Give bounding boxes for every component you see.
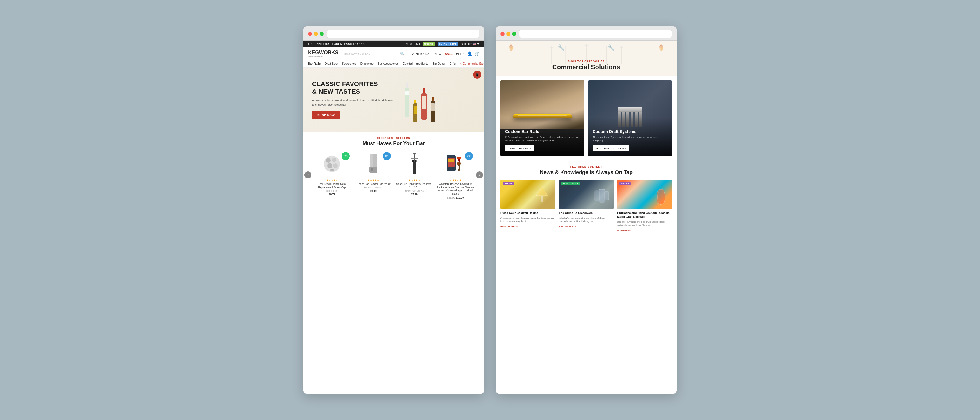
shop-draft-systems-button[interactable]: SHOP DRAFT SYSTEMS (593, 145, 629, 151)
svg-rect-43 (539, 202, 546, 202)
cart-icon[interactable]: 🛒 (474, 51, 479, 56)
featured-section: FEATURED CONTENT News & Knowledge Is Alw… (496, 161, 677, 236)
announcement-right: 877.636.3873 urboMix BEHIND THE BAR SHIP… (404, 42, 479, 46)
category-card-draft-systems: Custom Draft Systems After more than 20 … (588, 80, 672, 156)
svg-rect-19 (371, 154, 373, 168)
article-title-glassware: The Guide To Glassware (559, 211, 614, 215)
product-image-pourer (408, 152, 421, 176)
svg-rect-8 (422, 96, 426, 110)
nav-new[interactable]: NEW (434, 52, 441, 56)
carousel-next-button[interactable]: › (476, 172, 483, 178)
address-bar-right[interactable] (519, 30, 672, 38)
read-more-hurricane[interactable]: READ MORE → (617, 229, 672, 232)
deco-icon-right-2: ⚱️ (658, 44, 665, 51)
close-button-right[interactable] (501, 32, 504, 36)
bottle-bitters (430, 97, 436, 126)
maximize-button[interactable] (320, 32, 324, 36)
arrow-icon: → (515, 225, 518, 228)
product-stars: ★★★★★ (437, 179, 474, 182)
logo-text: KEGWORKS (308, 49, 338, 56)
article-desc-glassware: In today's ever-expanding world of craft… (559, 216, 614, 223)
nav-cocktail-ingredients[interactable]: Cocktail Ingredients (403, 62, 428, 65)
nav-bar-decor[interactable]: Bar Decor (432, 62, 445, 65)
svg-rect-3 (414, 100, 416, 103)
traffic-lights-left (308, 32, 324, 36)
logo-tagline: Tools du Drinklife (308, 56, 338, 58)
svg-rect-26 (410, 158, 418, 159)
read-more-pisco[interactable]: READ MORE → (501, 225, 555, 228)
arrow-icon: → (574, 225, 576, 228)
maximize-button-right[interactable] (512, 32, 516, 36)
minimize-button[interactable] (314, 32, 318, 36)
article-image-glassware: HOW-TO-GUIDE (559, 180, 614, 209)
article-card-glassware: HOW-TO-GUIDE The Guide To Glassware In t… (559, 180, 614, 232)
product-image-shaker (364, 152, 382, 176)
svg-rect-24 (414, 154, 415, 162)
right-browser-window: ⚱️ 🔧 🔧 ⚱️ SHOP TOP CATEGORIES Commercial… (496, 26, 677, 394)
svg-marker-41 (536, 187, 548, 196)
site-content-left: FREE SHIPPING! LOREM IPSUM DOLOR 877.636… (303, 41, 484, 394)
article-card-hurricane: RECIPE Hurricane and Hand Grenade: Class… (617, 180, 672, 232)
read-more-glassware[interactable]: READ MORE → (559, 225, 614, 228)
address-bar-left[interactable] (327, 30, 479, 38)
product-price: $0.79 (313, 193, 351, 196)
nav-help[interactable]: HELP (456, 52, 464, 56)
category-overlay-bar-rails: Custom Bar Rails If it's bar rail, we ha… (501, 118, 584, 156)
svg-rect-21 (371, 168, 373, 171)
search-bar[interactable]: Enter keyword or SKU 🔍 (342, 50, 407, 57)
product-badge-new: NewArrival (342, 152, 350, 160)
ship-to: SHIP TO: 🇺🇸 ▼ (461, 43, 479, 46)
product-sku: Item #: SHAKER-KIT (355, 187, 392, 189)
shop-bar-rails-button[interactable]: SHOP BAR RAILS (505, 145, 534, 151)
product-image-gift-pack (445, 152, 466, 176)
mobile-icon[interactable]: 📱 (473, 71, 481, 79)
article-tag-recipe-2: RECIPE (619, 182, 631, 185)
article-tag-recipe: RECIPE (503, 182, 514, 185)
nav-draft-beer[interactable]: Draft Beer (325, 62, 338, 65)
minimize-button-right[interactable] (506, 32, 511, 36)
category-desc-draft-systems: After more than 20 years in the draft be… (593, 135, 667, 142)
svg-rect-35 (458, 166, 460, 169)
search-placeholder: Enter keyword or SKU (344, 52, 400, 55)
nav-bar-rails[interactable]: Bar Rails (308, 62, 321, 65)
close-button[interactable] (308, 32, 312, 36)
article-desc-pisco: A classic sour from South America that i… (501, 216, 555, 223)
product-name: Beer Growler White Metal Replacement Scr… (313, 183, 351, 189)
user-icon[interactable]: 👤 (467, 51, 472, 56)
faucet-illustration (542, 43, 630, 67)
nav-bar-accessories[interactable]: Bar Accessories (378, 62, 399, 65)
nav-gifts[interactable]: Gifts (449, 62, 456, 65)
browser-chrome-left (303, 26, 484, 41)
search-button[interactable]: 🔍 (400, 52, 404, 56)
product-card: BestSeller ★★★★★ 3 Piece Bar Cocktail Sh… (355, 151, 392, 199)
svg-rect-29 (448, 159, 454, 162)
nav-kegerators[interactable]: Kegerators (342, 62, 356, 65)
hero-banner: CLASSIC FAVORITES& NEW TASTES Browse our… (303, 68, 484, 132)
svg-point-16 (333, 163, 338, 168)
product-name: Measured Liquor Bottle Pourers - 1 1/2 O… (396, 183, 433, 189)
svg-point-25 (413, 153, 416, 154)
best-sellers-title: Must Haves For Your Bar (303, 141, 484, 147)
product-stars: ★★★★★ (355, 179, 392, 182)
glassware-icon (592, 185, 612, 208)
products-carousel: ‹ NewArrival caps (303, 151, 484, 199)
articles-grid: RECIPE Pisco Sour Cocktail Recipe A clas… (501, 180, 672, 232)
carousel-prev-button[interactable]: ‹ (304, 172, 312, 178)
nav-fathers-day[interactable]: FATHER'S DAY (410, 52, 431, 56)
category-overlay-draft-systems: Custom Draft Systems After more than 20 … (588, 118, 672, 156)
main-nav: Bar Rails Draft Beer Kegerators Drinkwar… (303, 60, 484, 68)
deco-icon-left-1: ⚱️ (508, 44, 515, 51)
product-card: NewArrival caps ★★★★★ Beer Growler White… (313, 151, 351, 199)
product-name: 3 Piece Bar Cocktail Shaker Kit (355, 183, 392, 186)
category-cards: Custom Bar Rails If it's bar rail, we ha… (496, 76, 677, 161)
nav-drinkware[interactable]: Drinkware (361, 62, 374, 65)
shop-now-button[interactable]: SHOP NOW (312, 111, 340, 119)
nav-commercial-sales[interactable]: ✕ Commercial Sales (460, 62, 484, 65)
bottle-seedlip (403, 82, 411, 126)
behind-bar-badge: BEHIND THE BAR (438, 42, 458, 46)
bottle-luxardo (420, 88, 428, 126)
article-tag-howto: HOW-TO-GUIDE (561, 182, 580, 185)
article-title-pisco: Pisco Sour Cocktail Recipe (501, 211, 555, 215)
product-card: ★★★★★ Measured Liquor Bottle Pourers - 1… (396, 151, 433, 199)
nav-sale[interactable]: SALE (445, 52, 453, 56)
